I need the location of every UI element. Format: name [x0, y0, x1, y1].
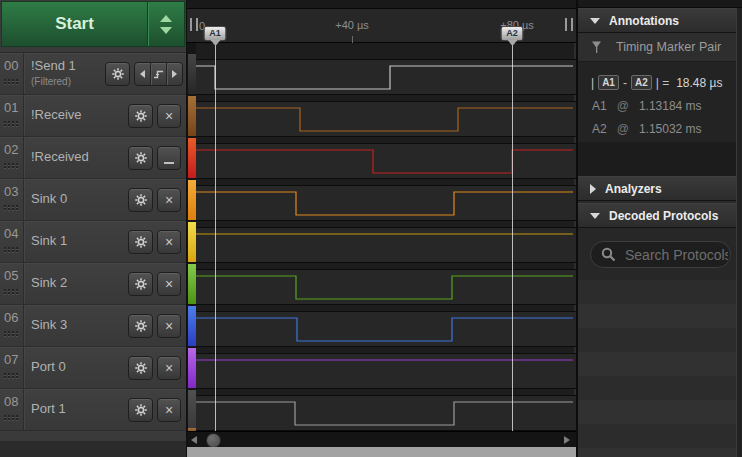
probe-pins-icon — [4, 373, 20, 378]
gear-icon — [134, 319, 148, 333]
channel-number-label: 03 — [4, 184, 18, 199]
waveform-plot[interactable] — [187, 43, 576, 431]
abs-bar-open: | — [591, 76, 594, 90]
channel-number-label: 00 — [4, 58, 18, 73]
analyzers-header[interactable]: Analyzers — [578, 176, 742, 201]
ruler-grip-left-icon[interactable] — [190, 18, 198, 31]
channel-number-label: 04 — [4, 226, 18, 241]
channel-number-label: 02 — [4, 142, 18, 157]
channel-panel-footer — [0, 441, 186, 457]
gear-icon — [134, 109, 148, 123]
a2-at-sign: @ — [617, 122, 629, 136]
channel-number-cell: 01 — [0, 95, 24, 136]
channel-remove-button[interactable]: × — [157, 272, 181, 296]
horizontal-scrollbar[interactable] — [187, 431, 576, 447]
probe-pins-icon — [4, 289, 20, 294]
channel-row-03: 03Sink 0× — [0, 179, 186, 221]
channel-label: Sink 1 — [31, 233, 67, 248]
a1-at-sign: @ — [617, 99, 629, 113]
a2-name: A2 — [592, 122, 607, 136]
channel-remove-button[interactable]: × — [157, 230, 181, 254]
ruler-grip-right-icon[interactable] — [565, 18, 573, 31]
timing-marker-line-a1[interactable] — [215, 43, 216, 431]
previous-edge-button[interactable] — [135, 63, 150, 85]
annotations-header[interactable]: Annotations — [578, 8, 742, 33]
protocol-search-input[interactable] — [623, 246, 730, 264]
channel-color-strip-08 — [188, 390, 196, 430]
channel-settings-button[interactable] — [128, 230, 153, 254]
channel-settings-button[interactable] — [105, 62, 130, 86]
timing-marker-pair-label: Timing Marker Pair — [616, 40, 721, 54]
timing-marker-flag-a1[interactable]: A1 — [204, 26, 227, 41]
gear-icon — [134, 151, 148, 165]
trigger-edge-button[interactable] — [150, 63, 166, 85]
decoded-protocols-title: Decoded Protocols — [609, 209, 718, 223]
channel-row-08: 08Port 1× — [0, 389, 186, 431]
arrow-left-icon — [140, 70, 145, 78]
channel-color-strip-02 — [188, 138, 196, 178]
timing-marker-line-a2[interactable] — [512, 43, 513, 431]
collapse-triangle-icon — [590, 18, 600, 24]
gear-icon — [134, 277, 148, 291]
start-button[interactable]: Start — [2, 2, 147, 46]
marker-pin-icon — [591, 41, 602, 54]
decoded-protocols-list[interactable] — [578, 280, 742, 457]
marker-a1-badge: A1 — [598, 75, 619, 90]
channel-settings-button[interactable] — [128, 356, 153, 380]
panel-spacer — [578, 142, 742, 176]
channel-remove-button[interactable]: × — [157, 398, 181, 422]
probe-pins-icon — [4, 121, 20, 126]
marker-a2-badge: A2 — [631, 75, 652, 90]
scroll-left-arrow-icon[interactable] — [191, 436, 197, 444]
waveform-area: 0 +40 µs+80 µsA1A2 — [187, 0, 576, 457]
channel-label: Port 1 — [31, 401, 66, 416]
channel-remove-button[interactable]: × — [157, 104, 181, 128]
scroll-right-arrow-icon[interactable] — [564, 436, 570, 444]
abs-bar-equals: | = — [656, 76, 669, 90]
timing-marker-pair-item[interactable]: Timing Marker Pair — [578, 33, 742, 62]
gear-icon — [134, 193, 148, 207]
channel-settings-button[interactable] — [128, 272, 153, 296]
search-icon — [601, 247, 616, 262]
channel-settings-button[interactable] — [128, 146, 153, 170]
waveform-trace-05 — [196, 276, 573, 299]
channel-minimize-button[interactable] — [157, 146, 181, 170]
channel-settings-button[interactable] — [128, 188, 153, 212]
minimize-icon — [164, 162, 174, 164]
side-panel-top-strip — [578, 0, 742, 8]
channel-remove-button[interactable]: × — [157, 356, 181, 380]
channel-settings-button[interactable] — [128, 104, 153, 128]
scrollbar-thumb[interactable] — [206, 433, 221, 448]
next-edge-button[interactable] — [166, 63, 182, 85]
channel-row-01: 01!Receive× — [0, 95, 186, 137]
panel-scrollbar-track[interactable] — [736, 8, 742, 457]
a1-name: A1 — [592, 99, 607, 113]
annotations-title: Annotations — [609, 14, 679, 28]
gear-icon — [134, 403, 148, 417]
timeline-top-strip — [187, 0, 576, 9]
channel-number-cell: 05 — [0, 263, 24, 304]
collapse-triangle-icon — [590, 213, 600, 219]
channel-label: !Received — [31, 149, 89, 164]
bottom-resize-bar — [187, 447, 576, 457]
protocol-search-box[interactable] — [590, 241, 731, 268]
channel-settings-button[interactable] — [128, 398, 153, 422]
channel-color-strip-03 — [188, 180, 196, 220]
channel-remove-button[interactable]: × — [157, 188, 181, 212]
channel-color-strip-04 — [188, 222, 196, 262]
timing-marker-flag-a2[interactable]: A2 — [501, 26, 524, 41]
channel-sublabel: (Filtered) — [31, 76, 71, 87]
channel-settings-button[interactable] — [128, 314, 153, 338]
channel-remove-button[interactable]: × — [157, 314, 181, 338]
timeline-ruler[interactable]: 0 +40 µs+80 µsA1A2 — [187, 9, 576, 43]
decoded-protocols-header[interactable]: Decoded Protocols — [578, 203, 742, 228]
start-options-dropdown[interactable] — [147, 2, 184, 46]
probe-pins-icon — [4, 415, 20, 420]
channel-label: !Send 1 — [31, 58, 76, 73]
channel-number-label: 01 — [4, 100, 18, 115]
channel-row-07: 07Port 0× — [0, 347, 186, 389]
side-panel: Annotations Timing Marker Pair | A1 - A2… — [576, 0, 742, 457]
waveform-trace-06 — [196, 318, 573, 341]
a1-time-value: 1.13184 ms — [639, 99, 702, 113]
channel-number-label: 07 — [4, 352, 18, 367]
